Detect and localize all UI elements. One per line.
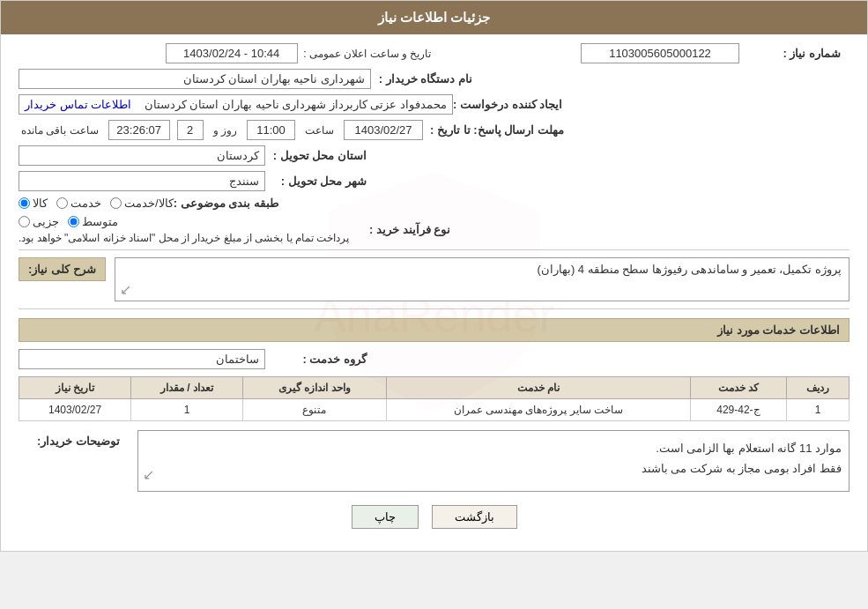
province-value: کردستان bbox=[19, 145, 265, 166]
announcement-date-value: 1403/02/24 - 10:44 bbox=[166, 43, 298, 63]
purchase-type-row: نوع فرآیند خرید : متوسط جزیی پرداخت تمام… bbox=[19, 215, 849, 244]
purchase-type-option-jozei[interactable]: جزیی bbox=[19, 215, 59, 228]
buyer-notes-box-wrapper: موارد 11 گانه استعلام بها الزامی است. فق… bbox=[137, 430, 849, 492]
response-remaining-label-text: ساعت باقی مانده bbox=[21, 124, 99, 137]
response-remaining-value: 23:26:07 bbox=[108, 120, 170, 140]
purchase-type-note: پرداخت تمام یا بخشی از مبلغ خریدار از مح… bbox=[19, 232, 349, 244]
category-label: طبقه بندی موضوعی : bbox=[174, 197, 283, 210]
page-title: جزئیات اطلاعات نیاز bbox=[1, 1, 867, 34]
need-number-value: 1103005605000122 bbox=[581, 43, 739, 63]
buyer-org-value: شهرداری ناحیه بهاران استان کردستان bbox=[19, 69, 371, 89]
service-group-value: ساختمان bbox=[19, 349, 265, 369]
need-description-box-wrapper: پروژه تکمیل، تعمیر و ساماندهی رفیوژها سط… bbox=[115, 257, 849, 301]
buyer-notes-box: موارد 11 گانه استعلام بها الزامی است. فق… bbox=[137, 430, 849, 492]
col-service-name: نام خدمت bbox=[386, 377, 690, 399]
province-row: استان محل تحویل : کردستان bbox=[19, 145, 849, 166]
need-number-row: شماره نیاز : 1103005605000122 تاریخ و سا… bbox=[19, 43, 849, 63]
table-header-row: ردیف کد خدمت نام خدمت واحد اندازه گیری ت… bbox=[19, 377, 849, 399]
creator-label: ایجاد کننده درخواست : bbox=[453, 98, 567, 111]
response-days-value: 2 bbox=[177, 120, 204, 140]
category-option-khedmat[interactable]: خدمت bbox=[56, 197, 101, 210]
creator-row: ایجاد کننده درخواست : محمدفواد عزتی کارب… bbox=[19, 94, 849, 115]
table-row: 1ج-42-429ساخت سایر پروژه‌های مهندسی عمرا… bbox=[19, 399, 849, 421]
need-description-title: شرح کلی نیاز: bbox=[19, 257, 106, 281]
need-number-label: شماره نیاز : bbox=[739, 47, 845, 60]
resize-icon: ↙ bbox=[120, 281, 131, 298]
category-option-kala-khedmat[interactable]: کالا/خدمت bbox=[110, 197, 174, 210]
response-time-label-text: ساعت bbox=[305, 124, 334, 137]
creator-value: محمدفواد عزتی کاربرداز شهرداری ناحیه بها… bbox=[19, 94, 453, 115]
buyer-org-row: نام دستگاه خریدار : شهرداری ناحیه بهاران… bbox=[19, 69, 849, 89]
bottom-buttons: بازگشت چاپ bbox=[19, 492, 849, 538]
purchase-type-radio-group: متوسط جزیی bbox=[19, 215, 118, 228]
services-section-title: اطلاعات خدمات مورد نیاز bbox=[19, 318, 849, 342]
col-unit: واحد اندازه گیری bbox=[243, 377, 387, 399]
purchase-type-label: نوع فرآیند خرید : bbox=[349, 223, 455, 236]
buyer-notes-row: موارد 11 گانه استعلام بها الزامی است. فق… bbox=[19, 430, 849, 492]
back-button[interactable]: بازگشت bbox=[432, 505, 517, 529]
print-button[interactable]: چاپ bbox=[352, 505, 419, 529]
category-row: طبقه بندی موضوعی : کالا/خدمت خدمت کالا bbox=[19, 197, 849, 210]
response-time-value: 11:00 bbox=[247, 120, 295, 140]
col-date: تاریخ نیاز bbox=[19, 377, 131, 399]
category-option-kala[interactable]: کالا bbox=[19, 197, 48, 210]
need-description-box: پروژه تکمیل، تعمیر و ساماندهی رفیوژها سط… bbox=[115, 257, 849, 301]
category-radio-group: کالا/خدمت خدمت کالا bbox=[19, 197, 174, 210]
response-deadline-row: مهلت ارسال پاسخ: تا تاریخ : 1403/02/27 س… bbox=[19, 120, 849, 140]
buyer-notes-resize-icon: ↙ bbox=[143, 463, 154, 488]
province-label: استان محل تحویل : bbox=[265, 149, 371, 162]
service-group-row: گروه خدمت : ساختمان bbox=[19, 349, 849, 369]
service-group-label: گروه خدمت : bbox=[265, 353, 371, 366]
city-label: شهر محل تحویل : bbox=[265, 175, 371, 188]
col-service-code: کد خدمت bbox=[690, 377, 786, 399]
buyer-notes-label: توضیحات خریدار: bbox=[19, 434, 124, 448]
announcement-date-label: تاریخ و ساعت اعلان عمومی : bbox=[303, 48, 431, 60]
buyer-org-label: نام دستگاه خریدار : bbox=[371, 72, 477, 85]
col-row-num: ردیف bbox=[787, 377, 849, 399]
need-description-section: پروژه تکمیل، تعمیر و ساماندهی رفیوژها سط… bbox=[19, 257, 849, 301]
response-date-value: 1403/02/27 bbox=[344, 120, 423, 140]
services-table: ردیف کد خدمت نام خدمت واحد اندازه گیری ت… bbox=[19, 376, 849, 421]
creator-contact-link[interactable]: اطلاعات تماس خریدار bbox=[25, 98, 131, 111]
response-day-label-text: روز و bbox=[213, 124, 237, 137]
response-deadline-label: مهلت ارسال پاسخ: تا تاریخ : bbox=[430, 123, 568, 137]
city-row: شهر محل تحویل : سنندج bbox=[19, 171, 849, 191]
purchase-type-option-mutawaset[interactable]: متوسط bbox=[68, 215, 118, 228]
col-quantity: تعداد / مقدار bbox=[131, 377, 243, 399]
city-value: سنندج bbox=[19, 171, 265, 191]
